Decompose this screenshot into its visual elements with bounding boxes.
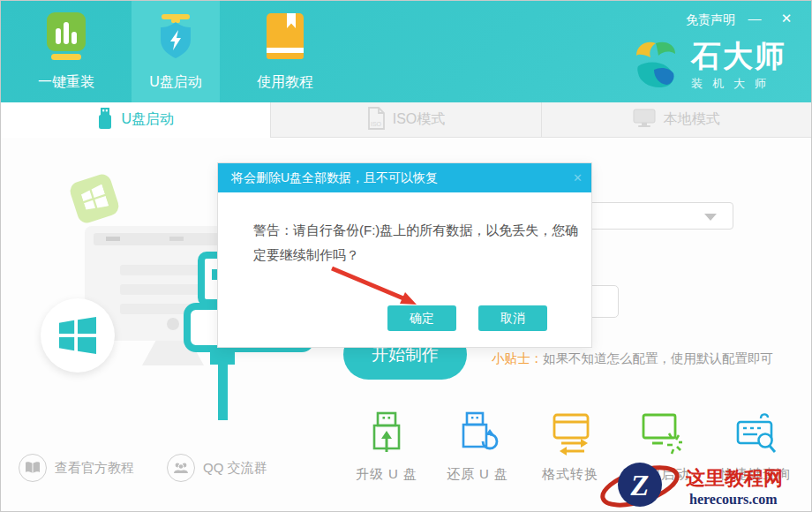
brand-name: 石大师 — [691, 40, 786, 72]
watermark: Z 这里教程网 herecours.com — [590, 458, 812, 512]
close-button[interactable]: ✕ — [776, 8, 797, 29]
tool-label: 升级 U 盘 — [356, 466, 417, 483]
tab-label-iso: ISO模式 — [393, 110, 446, 129]
nav-label-tutorial: 使用教程 — [257, 73, 313, 92]
tab-label-usb: U盘启动 — [121, 110, 174, 129]
tool-restore-usb[interactable]: 还原 U 盘 — [432, 411, 523, 483]
tool-label: 还原 U 盘 — [447, 466, 508, 483]
tip-label: 小贴士： — [492, 351, 543, 365]
tab-local-mode[interactable]: 本地模式 — [541, 102, 811, 138]
watermark-title: 这里教程网 — [686, 467, 783, 489]
windows-logo-icon — [80, 184, 109, 214]
nav-item-tutorial[interactable]: 使用教程 — [241, 1, 329, 102]
monitor-icon — [633, 108, 656, 132]
qq-group-link[interactable]: QQ 交流群 — [167, 454, 267, 482]
windows-badge-illustration — [41, 298, 115, 373]
red-arrow-annotation — [323, 261, 429, 316]
tip-text: 小贴士：如果不知道怎么配置，使用默认配置即可 — [492, 350, 773, 367]
bar-chart-icon — [43, 12, 89, 65]
windows-tile-illustration — [68, 172, 121, 225]
watermark-letter: Z — [630, 469, 650, 501]
nav-item-usb-boot[interactable]: U盘启动 — [132, 1, 220, 102]
mode-tabs: U盘启动 ISO ISO模式 本地模式 — [1, 102, 811, 138]
tab-label-local: 本地模式 — [664, 110, 720, 129]
nav-item-reinstall[interactable]: 一键重装 — [22, 1, 110, 102]
shield-bolt-icon — [153, 12, 199, 65]
chevron-down-icon — [704, 214, 717, 221]
usb-stick-icon — [97, 108, 113, 132]
dialog-close-icon[interactable]: ✕ — [573, 163, 583, 192]
dialog-message: 警告：请自行备份(F:)盘上的所有数据，以免丢失，您确定要继续制作吗？ — [253, 218, 580, 267]
book-outline-icon — [19, 454, 47, 482]
brand-swirl-icon — [629, 36, 682, 94]
nav-label-reinstall: 一键重装 — [38, 73, 94, 92]
hotkey-query-icon — [734, 411, 777, 459]
tip-body: 如果不知道怎么配置，使用默认配置即可 — [543, 351, 773, 365]
usb-upgrade-icon — [365, 411, 408, 459]
svg-text:ISO: ISO — [371, 121, 382, 127]
format-convert-icon — [549, 411, 591, 459]
app-window: 一键重装 U盘启动 使用教程 — [0, 0, 812, 512]
windows-logo-icon — [59, 317, 96, 354]
iso-file-icon: ISO — [367, 107, 385, 133]
tool-upgrade-usb[interactable]: 升级 U 盘 — [341, 411, 432, 483]
topbar: 一键重装 U盘启动 使用教程 — [1, 1, 811, 102]
confirm-dialog: 将会删除U盘全部数据，且不可以恢复 ✕ 警告：请自行备份(F:)盘上的所有数据，… — [217, 162, 592, 348]
dialog-title: 将会删除U盘全部数据，且不可以恢复 — [231, 170, 438, 184]
brand-logo: 石大师 装机大师 — [629, 36, 786, 94]
minimize-button[interactable]: — — [744, 8, 765, 29]
watermark-domain: herecours.com — [689, 492, 778, 507]
book-icon — [262, 12, 308, 65]
dialog-header: 将会删除U盘全部数据，且不可以恢复 ✕ — [218, 163, 591, 192]
brand-subtitle: 装机大师 — [691, 76, 786, 92]
people-icon — [167, 454, 195, 482]
simulate-boot-icon — [640, 411, 682, 459]
footer-link-label: QQ 交流群 — [203, 460, 267, 477]
usb-restore-icon — [456, 411, 499, 459]
footer-link-label: 查看官方教程 — [55, 460, 134, 477]
tab-iso-mode[interactable]: ISO ISO模式 — [270, 102, 540, 138]
cancel-button[interactable]: 取消 — [478, 305, 547, 331]
official-tutorial-link[interactable]: 查看官方教程 — [19, 454, 134, 482]
disclaimer-link[interactable]: 免责声明 — [686, 12, 735, 28]
nav-label-usb-boot: U盘启动 — [149, 73, 202, 92]
tab-usb-boot[interactable]: U盘启动 — [1, 102, 270, 138]
